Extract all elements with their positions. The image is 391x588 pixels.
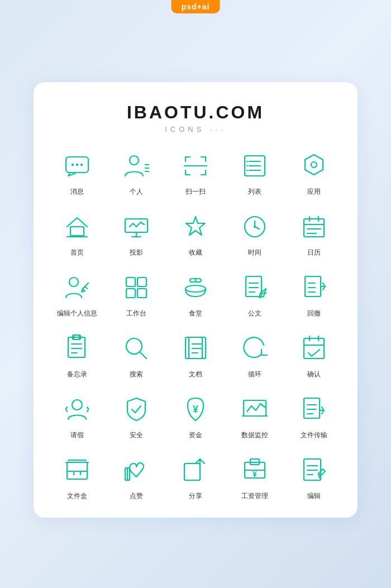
filebox-icon xyxy=(60,453,94,487)
icon-item-calendar[interactable]: 日历 xyxy=(287,210,341,257)
message-icon xyxy=(60,149,94,183)
svg-rect-71 xyxy=(244,400,266,416)
icon-item-canteen[interactable]: 食堂 xyxy=(169,271,222,318)
transfer-icon xyxy=(297,393,331,426)
like-icon xyxy=(120,453,153,487)
svg-line-37 xyxy=(85,286,87,289)
icon-item-undo[interactable]: 回撤 xyxy=(287,271,341,318)
svg-rect-39 xyxy=(137,278,146,286)
icon-item-filebox[interactable]: 文件盒 xyxy=(50,453,104,501)
list-label: 列表 xyxy=(248,187,261,197)
scan-label: 扫一扫 xyxy=(185,187,206,197)
svg-marker-16 xyxy=(305,155,323,175)
icon-item-notes[interactable]: 备忘录 xyxy=(50,332,104,379)
svg-point-2 xyxy=(76,163,78,165)
svg-rect-29 xyxy=(304,219,324,237)
search-label: 搜索 xyxy=(130,370,143,379)
salary-label: 工资管理 xyxy=(241,491,268,501)
icon-item-time[interactable]: 时间 xyxy=(228,210,282,257)
workbench-label: 工作台 xyxy=(126,309,146,318)
loop-label: 循环 xyxy=(248,370,261,379)
edit-profile-icon xyxy=(60,271,94,304)
icon-item-message[interactable]: 消息 xyxy=(50,149,104,197)
home-icon xyxy=(60,210,94,243)
icon-item-leave[interactable]: 请假 xyxy=(50,393,104,440)
svg-point-42 xyxy=(185,285,206,292)
calendar-label: 日历 xyxy=(307,248,321,257)
icon-item-workbench[interactable]: 工作台 xyxy=(109,271,163,318)
list-icon xyxy=(238,149,271,183)
icon-item-salary[interactable]: ¥ 工资管理 xyxy=(228,453,282,501)
undo-label: 回撤 xyxy=(307,309,321,318)
projection-label: 投影 xyxy=(130,248,143,257)
svg-rect-53 xyxy=(68,337,85,357)
icon-item-app[interactable]: 应用 xyxy=(287,149,341,197)
canteen-label: 食堂 xyxy=(189,309,202,318)
icon-item-search[interactable]: 搜索 xyxy=(109,332,163,379)
svg-point-4 xyxy=(130,156,139,165)
app-icon xyxy=(297,149,331,183)
svg-marker-24 xyxy=(186,217,205,235)
icon-item-loop[interactable]: 循环 xyxy=(228,332,282,379)
monitor-label: 数据监控 xyxy=(241,431,268,440)
scan-icon xyxy=(179,149,212,183)
icon-item-fund[interactable]: ¥ 资金 xyxy=(169,393,222,440)
app-label: 应用 xyxy=(307,187,321,197)
icon-item-document[interactable]: 公文 xyxy=(228,271,282,318)
workbench-icon xyxy=(120,271,153,304)
icon-item-like[interactable]: 点赞 xyxy=(109,453,163,501)
svg-rect-65 xyxy=(304,338,324,358)
svg-rect-45 xyxy=(246,276,261,297)
svg-rect-73 xyxy=(304,398,320,418)
canteen-icon xyxy=(179,271,212,304)
icon-item-person[interactable]: 个人 xyxy=(109,149,163,197)
icon-item-favorite[interactable]: 收藏 xyxy=(169,210,222,257)
edit-profile-label: 编辑个人信息 xyxy=(57,309,97,318)
icon-item-file[interactable]: 文档 xyxy=(169,332,222,379)
favorite-icon xyxy=(179,210,212,243)
security-label: 安全 xyxy=(130,431,143,440)
edit-icon xyxy=(297,453,331,487)
filebox-label: 文件盒 xyxy=(67,491,87,501)
icon-item-share[interactable]: 分享 xyxy=(169,453,222,501)
svg-point-35 xyxy=(69,278,78,286)
icon-item-edit[interactable]: 编辑 xyxy=(287,453,341,501)
icon-item-scan[interactable]: 扫一扫 xyxy=(169,149,222,197)
favorite-label: 收藏 xyxy=(189,248,202,257)
leave-label: 请假 xyxy=(70,431,84,440)
icon-item-edit-profile[interactable]: 编辑个人信息 xyxy=(50,271,104,318)
confirm-label: 确认 xyxy=(307,370,321,379)
svg-point-28 xyxy=(254,226,256,228)
svg-rect-21 xyxy=(125,219,147,232)
card-header: IBAOTU.COM ICONS ··· xyxy=(50,102,341,133)
icon-item-list[interactable]: 列表 xyxy=(228,149,282,197)
top-badge: psd+ai xyxy=(171,0,220,13)
message-label: 消息 xyxy=(70,187,84,197)
time-icon xyxy=(238,210,271,243)
icon-item-security[interactable]: 安全 xyxy=(109,393,163,440)
svg-point-1 xyxy=(71,163,74,165)
edit-label: 编辑 xyxy=(307,491,321,501)
icon-item-projection[interactable]: 投影 xyxy=(109,210,163,257)
file-icon xyxy=(179,332,212,365)
svg-text:¥: ¥ xyxy=(252,470,257,479)
undo-icon xyxy=(297,271,331,304)
svg-rect-38 xyxy=(126,278,135,286)
svg-point-69 xyxy=(72,400,82,410)
calendar-icon xyxy=(297,210,331,243)
svg-rect-49 xyxy=(305,276,321,297)
svg-point-17 xyxy=(311,162,317,168)
svg-text:¥: ¥ xyxy=(193,404,198,415)
icon-item-monitor[interactable]: 数据监控 xyxy=(228,393,282,440)
icon-item-home[interactable]: 首页 xyxy=(50,210,104,257)
document-label: 公文 xyxy=(248,309,261,318)
svg-rect-85 xyxy=(184,463,200,480)
icons-grid: 消息 个人 扫一扫 列表 应用 首页 投影 收藏 xyxy=(50,149,341,501)
notes-label: 备忘录 xyxy=(67,370,87,379)
home-label: 首页 xyxy=(70,248,84,257)
loop-icon xyxy=(238,332,271,365)
icon-item-transfer[interactable]: 文件传输 xyxy=(287,393,341,440)
search-icon xyxy=(120,332,153,365)
icon-item-confirm[interactable]: 确认 xyxy=(287,332,341,379)
share-label: 分享 xyxy=(189,491,202,501)
